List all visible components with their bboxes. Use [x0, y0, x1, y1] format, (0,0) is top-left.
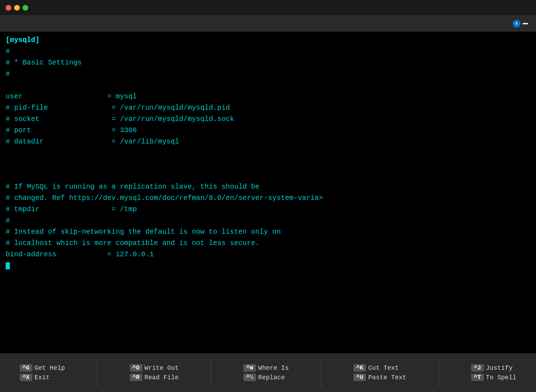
editor-line: # If MySQL is running as a replication s… — [6, 183, 260, 191]
divider — [97, 359, 97, 387]
shortcut-key: ^G — [20, 364, 32, 372]
shortcut-key: ^O — [130, 364, 142, 372]
shortcut-column: ^J Justify ^T To Spell — [471, 364, 516, 381]
editor-line: # tmpdir = /tmp — [6, 205, 137, 213]
shortcut-key: ^J — [471, 364, 484, 372]
kalacloud-icon: K — [513, 20, 520, 27]
shortcut-label: Where Is — [258, 365, 288, 372]
shortcut-label: Write Out — [145, 365, 179, 372]
shortcut-label: Justify — [486, 365, 513, 372]
shortcut-key: ^U — [353, 374, 366, 381]
shortcut-label: To Spell — [486, 374, 516, 381]
editor-line: # pid-file = /var/run/mysqld/mysqld.pid — [6, 104, 230, 112]
shortcut-key: ^X — [20, 374, 32, 381]
text-cursor — [6, 262, 10, 269]
shortcut-item: ^\ Replace — [243, 374, 288, 381]
editor-line: # * Basic Settings — [6, 59, 82, 67]
shortcut-column: ^K Cut Text ^U Paste Text — [353, 364, 406, 381]
divider — [439, 359, 439, 387]
close-button[interactable] — [6, 5, 11, 11]
shortcut-key: ^W — [243, 364, 256, 372]
editor-line: # localhost which is more compatible and… — [6, 239, 260, 247]
shortcut-key: ^T — [471, 374, 484, 381]
editor-line: bind-address = 127.0.0.1 — [6, 250, 154, 258]
maximize-button[interactable] — [23, 5, 28, 11]
shortcut-column: ^O Write Out ^R Read File — [130, 364, 179, 381]
shortcut-item: ^G Get Help — [20, 364, 65, 372]
shortcut-key: ^\ — [243, 374, 256, 381]
shortcut-item: ^O Write Out — [130, 364, 179, 372]
shortcut-label: Get Help — [35, 365, 65, 372]
shortcut-label: Cut Text — [368, 365, 398, 372]
editor-line: # datadir = /var/lib/mysql — [6, 137, 179, 146]
editor-line: # — [6, 216, 10, 225]
minimize-button[interactable] — [14, 5, 20, 11]
shortcut-key: ^R — [130, 374, 142, 381]
editor-line: user = mysql — [6, 92, 137, 100]
window-controls — [6, 5, 28, 11]
shortcut-label: Paste Text — [368, 374, 406, 381]
shortcut-item: ^J Justify — [471, 364, 516, 372]
nano-header-right: K — [513, 20, 530, 27]
divider — [321, 359, 321, 387]
kalacloud-badge — [523, 23, 528, 24]
editor-line: # Instead of skip-networking the default… — [6, 228, 281, 236]
shortcut-item: ^K Cut Text — [353, 364, 406, 372]
shortcut-item: ^T To Spell — [471, 374, 516, 381]
divider — [211, 359, 211, 387]
title-bar — [0, 0, 536, 16]
shortcut-item: ^X Exit — [20, 374, 65, 381]
shortcut-key: ^K — [353, 364, 366, 372]
editor-area[interactable]: [mysqld] # # * Basic Settings # user = m… — [0, 32, 536, 353]
shortcut-label: Exit — [35, 374, 50, 381]
shortcut-label: Read File — [145, 374, 179, 381]
shortcut-column: ^W Where Is ^\ Replace — [243, 364, 288, 381]
editor-line: # port = 3306 — [6, 126, 137, 134]
editor-line: # socket = /var/run/mysqld/mysqld.sock — [6, 115, 234, 123]
shortcut-label: Replace — [258, 374, 285, 381]
shortcut-item: ^U Paste Text — [353, 374, 406, 381]
shortcut-bar: ^G Get Help ^X Exit ^O Write Out ^R Read… — [0, 353, 536, 392]
editor-line: # — [6, 70, 10, 78]
nano-header: K — [0, 16, 536, 32]
bracket-line: [mysqld] — [6, 36, 39, 44]
shortcut-item: ^R Read File — [130, 374, 179, 381]
editor-line: # changed. Ref https://dev.mysql.com/doc… — [6, 194, 323, 202]
shortcut-column: ^G Get Help ^X Exit — [20, 364, 65, 381]
editor-line: # — [6, 47, 10, 55]
shortcut-item: ^W Where Is — [243, 364, 288, 372]
